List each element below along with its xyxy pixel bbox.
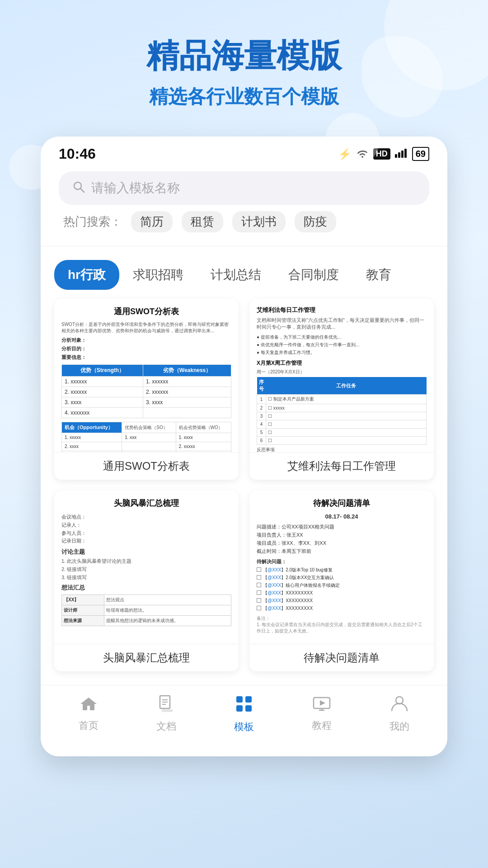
category-tabs: hr行政 求职招聘 计划总结 合同制度 教育 (41, 251, 447, 299)
template-preview-problem: 待解决问题清单 08.17- 08.24 问题描述：公司XX项目XX相关问题 项… (249, 491, 434, 644)
template-label-swot: 通用SWOT分析表 (54, 453, 239, 480)
tab-edu[interactable]: 教育 (352, 260, 405, 290)
hot-label: 热门搜索： (63, 214, 122, 230)
template-preview-work: 艾维利法每日工作管理 文档和时间管理法又称"六点优先工作制"，每天决定最重要的六… (249, 299, 434, 453)
nav-mine-label: 我的 (389, 720, 409, 733)
template-preview-brainstorm: 头脑风暴汇总梳理 会议地点： 记录人： 参与人员： 记录日期： 讨论主题 1. … (54, 491, 239, 644)
nav-home[interactable]: 首页 (79, 696, 99, 732)
search-section: 请输入模板名称 热门搜索： 简历 租赁 计划书 防疫 (41, 167, 447, 241)
templates-icon (235, 694, 253, 717)
docs-icon (159, 695, 174, 717)
nav-docs[interactable]: 文档 (156, 695, 176, 733)
nav-tutorial[interactable]: 教程 (312, 696, 332, 732)
search-input-placeholder: 请输入模板名称 (91, 179, 180, 197)
template-label-work: 艾维利法每日工作管理 (249, 453, 434, 480)
template-preview-swot: 通用SWOT分析表 SWOT分析：是基于内外部竞争环境和竞争条件下的态势分析，即… (54, 299, 239, 453)
tab-plan[interactable]: 计划总结 (197, 260, 275, 290)
nav-tutorial-label: 教程 (312, 719, 332, 732)
swot-doc-title: 通用SWOT分析表 (61, 306, 231, 317)
tab-hr[interactable]: hr行政 (54, 260, 119, 290)
home-icon (80, 696, 98, 716)
hot-tag-rent[interactable]: 租赁 (182, 211, 223, 232)
template-label-brainstorm: 头脑风暴汇总梳理 (54, 644, 239, 671)
battery-icon: 69 (412, 147, 429, 161)
hot-search: 热门搜索： 简历 租赁 计划书 防疫 (59, 205, 429, 232)
search-bar[interactable]: 请输入模板名称 (59, 171, 429, 205)
brainstorm-doc-title: 头脑风暴汇总梳理 (61, 498, 231, 509)
status-time: 10:46 (59, 146, 96, 162)
nav-mine[interactable]: 我的 (389, 695, 409, 733)
divider-1 (41, 246, 447, 246)
mine-icon (391, 695, 408, 717)
template-grid: 通用SWOT分析表 SWOT分析：是基于内外部竞争环境和竞争条件下的态势分析，即… (41, 299, 447, 680)
svg-rect-14 (245, 705, 252, 712)
tutorial-icon (313, 696, 331, 716)
work-doc-title: 艾维利法每日工作管理 (257, 306, 427, 314)
svg-rect-1 (398, 152, 400, 158)
status-bar: 10:46 ⚡ HD 69 (41, 137, 447, 167)
nav-templates[interactable]: 模板 (234, 694, 254, 734)
tab-contract[interactable]: 合同制度 (275, 260, 352, 290)
svg-rect-7 (162, 709, 173, 712)
template-label-problem: 待解决问题清单 (249, 644, 434, 671)
template-card-brainstorm[interactable]: 头脑风暴汇总梳理 会议地点： 记录人： 参与人员： 记录日期： 讨论主题 1. … (54, 491, 239, 671)
nav-docs-label: 文档 (156, 720, 176, 733)
svg-rect-2 (401, 151, 404, 158)
svg-marker-18 (320, 700, 325, 706)
nav-templates-label: 模板 (234, 720, 254, 734)
svg-line-5 (80, 189, 84, 192)
bottom-nav: 首页 文档 模板 教程 我的 (41, 685, 447, 747)
search-icon (72, 180, 85, 196)
svg-rect-11 (236, 696, 243, 703)
svg-rect-12 (245, 696, 252, 703)
template-card-work[interactable]: 艾维利法每日工作管理 文档和时间管理法又称"六点优先工作制"，每天决定最重要的六… (249, 299, 434, 480)
svg-rect-3 (404, 149, 407, 158)
template-card-swot[interactable]: 通用SWOT分析表 SWOT分析：是基于内外部竞争环境和竞争条件下的态势分析，即… (54, 299, 239, 480)
svg-point-19 (396, 697, 403, 704)
hot-tag-resume[interactable]: 简历 (131, 211, 173, 232)
svg-rect-13 (236, 705, 243, 712)
tab-job[interactable]: 求职招聘 (119, 260, 197, 290)
problem-doc-title: 待解决问题清单 (257, 498, 427, 509)
svg-rect-0 (395, 154, 397, 158)
nav-home-label: 首页 (79, 719, 99, 732)
hot-tag-plan[interactable]: 计划书 (232, 211, 286, 232)
phone-mockup: 10:46 ⚡ HD 69 请输入模板名称 热门搜索： 简历 租赁 计划书 防疫 (41, 137, 447, 756)
hot-tag-pandemic[interactable]: 防疫 (295, 211, 336, 232)
template-card-problem[interactable]: 待解决问题清单 08.17- 08.24 问题描述：公司XX项目XX相关问题 项… (249, 491, 434, 671)
signal-icon (395, 148, 408, 160)
